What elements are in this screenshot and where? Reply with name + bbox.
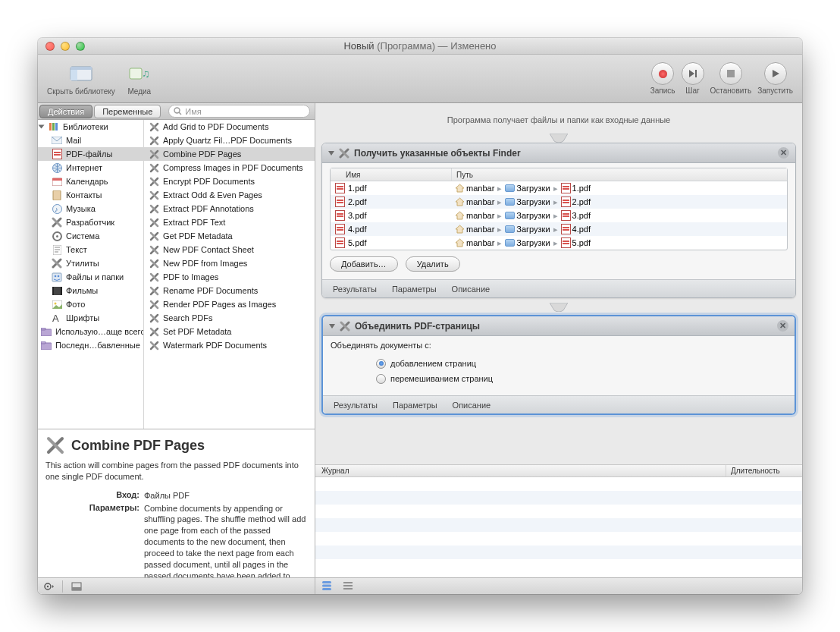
- window-title: Новый (Программа) — Изменено: [38, 40, 802, 52]
- table-row[interactable]: 4.pdfmanbar▸Загрузки▸4.pdf: [331, 222, 787, 236]
- step-button[interactable]: Шаг: [682, 62, 704, 95]
- table-row[interactable]: 2.pdfmanbar▸Загрузки▸2.pdf: [331, 195, 787, 209]
- action-item[interactable]: Apply Quartz Fil…PDF Documents: [144, 134, 315, 147]
- action-item[interactable]: Compress Images in PDF Documents: [144, 161, 315, 175]
- action-item[interactable]: Combine PDF Pages: [144, 147, 315, 161]
- library-item[interactable]: AШрифты: [38, 311, 143, 325]
- smart-folder[interactable]: Последн…бавленные: [38, 338, 143, 352]
- footer-results[interactable]: Результаты: [333, 285, 377, 294]
- gear-menu-button[interactable]: [42, 580, 55, 593]
- library-root[interactable]: Библиотеки: [38, 120, 143, 134]
- category-icon: [52, 217, 62, 228]
- home-icon: [455, 238, 465, 247]
- table-row[interactable]: 5.pdfmanbar▸Загрузки▸5.pdf: [331, 236, 787, 250]
- home-icon: [455, 184, 465, 193]
- tab-variables[interactable]: Переменные: [94, 105, 161, 118]
- action-item[interactable]: Add Grid to PDF Documents: [144, 120, 315, 134]
- action-item[interactable]: Search PDFs: [144, 311, 315, 325]
- library-item[interactable]: PDF-файлы: [38, 147, 143, 161]
- svg-rect-40: [41, 328, 45, 330]
- actions-list[interactable]: Add Grid to PDF DocumentsApply Quartz Fi…: [144, 120, 315, 429]
- radio-icon: [376, 374, 386, 384]
- action-combine-pdf[interactable]: Объединить PDF-страницы ✕ Объединять док…: [321, 315, 796, 415]
- library-item[interactable]: Календарь: [38, 175, 143, 188]
- remove-action-button[interactable]: ✕: [777, 320, 788, 332]
- log-view-button[interactable]: [343, 581, 353, 592]
- pdf-icon: [335, 183, 345, 193]
- action-item[interactable]: PDF to Images: [144, 270, 315, 284]
- action-item[interactable]: Render PDF Pages as Images: [144, 297, 315, 311]
- automator-window: Новый (Программа) — Изменено Скрыть библ…: [38, 38, 802, 594]
- library-item[interactable]: Интернет: [38, 161, 143, 175]
- remove-button[interactable]: Удалить: [406, 256, 460, 272]
- media-button[interactable]: ♫ Медиа: [127, 61, 152, 96]
- run-button[interactable]: Запустить: [757, 62, 793, 95]
- media-icon: ♫: [127, 61, 152, 86]
- action-item[interactable]: Set PDF Metadata: [144, 325, 315, 338]
- library-item[interactable]: ♪Музыка: [38, 202, 143, 215]
- radio-append[interactable]: добавлением страниц: [376, 356, 787, 371]
- log-panel: Журнал Длительность: [315, 464, 802, 577]
- library-item[interactable]: Фото: [38, 297, 143, 311]
- library-item[interactable]: Система: [38, 229, 143, 243]
- action-item[interactable]: New PDF from Images: [144, 256, 315, 270]
- workflow-view-button[interactable]: [321, 581, 332, 592]
- action-item[interactable]: Watermark PDF Documents: [144, 338, 315, 352]
- action-item[interactable]: Extract Odd & Even Pages: [144, 188, 315, 202]
- footer-params[interactable]: Параметры: [393, 401, 437, 410]
- record-button[interactable]: Запись: [650, 62, 675, 95]
- footer-results[interactable]: Результаты: [334, 401, 378, 410]
- library-list[interactable]: Библиотеки MailPDF-файлыИнтернетКалендар…: [38, 120, 144, 429]
- disclosure-triangle-icon[interactable]: [329, 324, 335, 329]
- action-header[interactable]: Объединить PDF-страницы ✕: [323, 316, 795, 336]
- automator-action-icon: [149, 176, 159, 187]
- log-column-journal[interactable]: Журнал: [315, 465, 726, 476]
- action-item[interactable]: Encrypt PDF Documents: [144, 175, 315, 188]
- svg-marker-5: [689, 70, 694, 77]
- table-row[interactable]: 1.pdfmanbar▸Загрузки▸1.pdf: [331, 181, 787, 195]
- library-item[interactable]: Контакты: [38, 188, 143, 202]
- disclosure-triangle-icon[interactable]: [328, 151, 334, 156]
- step-icon: [682, 62, 704, 85]
- folder-icon: [505, 225, 515, 233]
- column-path[interactable]: Путь: [452, 168, 787, 181]
- stop-button[interactable]: Остановить: [710, 62, 752, 95]
- toggle-description-button[interactable]: [71, 580, 83, 593]
- footer-description[interactable]: Описание: [452, 285, 491, 294]
- library-item[interactable]: Файлы и папки: [38, 270, 143, 284]
- toolbar: Скрыть библиотеку ♫ Медиа Запись Шаг Ост…: [38, 55, 802, 103]
- action-item[interactable]: Get PDF Metadata: [144, 229, 315, 243]
- column-name[interactable]: Имя: [331, 168, 452, 181]
- add-button[interactable]: Добавить…: [330, 256, 398, 272]
- library-item[interactable]: Mail: [38, 134, 143, 147]
- tab-actions[interactable]: Действия: [39, 105, 92, 118]
- action-get-finder-items[interactable]: Получить указанные объекты Finder ✕ Имя …: [321, 143, 796, 298]
- radio-shuffle[interactable]: перемешиванием страниц: [376, 371, 787, 386]
- action-item[interactable]: Extract PDF Annotations: [144, 202, 315, 215]
- action-item[interactable]: Extract PDF Text: [144, 215, 315, 229]
- library-item[interactable]: Фильмы: [38, 284, 143, 297]
- category-icon: [52, 299, 62, 310]
- remove-action-button[interactable]: ✕: [778, 147, 789, 159]
- svg-marker-90: [456, 239, 464, 247]
- finder-items-table[interactable]: Имя Путь 1.pdfmanbar▸Загрузки▸1.pdf2.pdf…: [330, 168, 788, 250]
- search-input[interactable]: Имя: [168, 105, 310, 118]
- smart-folder[interactable]: Использую…аще всего: [38, 325, 143, 338]
- library-item[interactable]: Разработчик: [38, 215, 143, 229]
- footer-description[interactable]: Описание: [453, 401, 491, 410]
- hide-library-button[interactable]: Скрыть библиотеку: [47, 61, 115, 96]
- connector-icon: [550, 303, 568, 312]
- combine-label: Объединять документы с:: [331, 341, 787, 350]
- action-header[interactable]: Получить указанные объекты Finder ✕: [322, 143, 795, 163]
- action-item[interactable]: New PDF Contact Sheet: [144, 243, 315, 256]
- log-column-duration[interactable]: Длительность: [726, 465, 802, 476]
- footer-params[interactable]: Параметры: [392, 285, 437, 294]
- svg-point-23: [56, 235, 58, 237]
- table-row[interactable]: 3.pdfmanbar▸Загрузки▸3.pdf: [331, 209, 787, 222]
- folder-icon: [505, 212, 515, 219]
- library-item[interactable]: Текст: [38, 243, 143, 256]
- action-item[interactable]: Rename PDF Documents: [144, 284, 315, 297]
- log-body[interactable]: [315, 477, 802, 577]
- svg-marker-7: [773, 70, 779, 77]
- library-item[interactable]: Утилиты: [38, 256, 143, 270]
